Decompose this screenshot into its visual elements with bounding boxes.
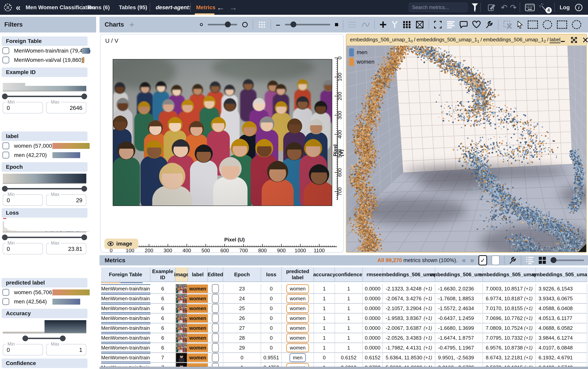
page-prev-icon[interactable]: « [462,256,466,265]
cell-label[interactable]: women [188,304,208,313]
table-row[interactable]: MenWomen-train/train6women240women110.00… [101,294,587,304]
column-header[interactable]: predicted label [282,267,314,282]
select-none-checkbox[interactable] [492,255,500,265]
nav-runs[interactable]: Runs (6) [88,0,110,15]
column-header[interactable]: embeddings_506_umap1 [383,267,435,282]
loss-max-field[interactable]: Max23.81 [46,243,86,254]
edited-checkbox[interactable] [212,284,219,293]
cell-foreign-table[interactable]: MenWomen-train/train [101,294,150,304]
cell-foreign-table[interactable]: MenWomen-train/train [101,313,150,323]
table-row[interactable]: MenWomen-train/train6women250women110.00… [101,304,587,313]
grid-view-icon[interactable] [538,256,546,264]
settings-wrench-icon[interactable] [485,21,493,29]
epoch-max-field[interactable]: Max29 [46,194,86,206]
column-header[interactable]: accuracy [314,267,335,282]
columns-icon[interactable] [403,21,411,29]
edit-icon[interactable] [487,0,495,15]
column-header[interactable]: embeddings_506_umap [435,267,483,282]
slider-knob-min[interactable] [2,235,8,240]
cell-foreign-table[interactable]: MenWomen-train/train [101,304,150,313]
embeddings-3d-panel[interactable]: embeddings_506_umap_10/embeddings_506_um… [346,34,587,253]
slider-knob-max[interactable] [81,186,87,192]
cell-image[interactable] [175,294,188,304]
legend-chip-men[interactable] [349,48,354,57]
minimize-icon[interactable] [560,37,566,42]
back-arrow-icon[interactable]: ← [216,0,225,15]
info-icon[interactable]: i [575,0,583,15]
cell-label[interactable]: women [188,313,208,323]
example-id-max-field[interactable]: Max2646 [46,102,86,113]
section-header-label[interactable]: label [1,132,87,141]
cell-image[interactable] [175,353,188,363]
cell-label[interactable]: women [188,284,208,294]
slider-knob-min[interactable] [22,336,28,341]
checkbox-label-men[interactable] [2,152,9,158]
cell-predicted-label[interactable]: women [282,304,314,313]
search-metrics-input[interactable] [409,2,468,12]
crossed-box-icon[interactable] [416,21,424,29]
section-header-loss[interactable]: Loss [1,208,87,218]
section-header-example-id[interactable]: Example ID [1,68,87,77]
table-row[interactable]: MenWomen-train/train6women230women110.00… [101,284,587,294]
filter-funnel-icon[interactable] [471,0,478,15]
row-height-slider[interactable] [551,259,584,261]
cell-image[interactable] [175,333,188,343]
cell-predicted-label[interactable]: women [282,333,314,343]
row-thumbnail[interactable] [176,314,187,323]
redo-icon[interactable]: ↷ [510,0,517,15]
image-layer-toggle[interactable]: image [105,239,138,249]
cell-image[interactable] [175,323,188,333]
nav-tables[interactable]: Tables (95) [119,0,147,15]
slider-knob-max[interactable] [60,336,66,341]
checkbox-pred-women[interactable] [2,289,9,296]
oval-zoom-icon[interactable] [572,20,581,29]
app-logo-icon[interactable] [3,0,13,15]
heart-icon[interactable] [472,21,481,29]
cell-predicted-label[interactable]: women [282,284,314,294]
checkbox-val[interactable] [2,57,9,63]
list-view-icon[interactable] [447,21,455,29]
section-header-accuracy[interactable]: Accuracy [1,309,87,318]
cell-predicted-label[interactable]: women [282,294,314,304]
column-header[interactable]: Epoch [223,267,261,282]
embeddings-panel-header[interactable]: embeddings_506_umap_10/embeddings_506_um… [346,34,586,45]
accuracy-min-field[interactable]: Min0 [3,344,43,355]
row-thumbnail[interactable] [176,304,187,313]
cell-image[interactable] [175,313,188,323]
cursor-icon[interactable] [517,21,523,29]
grid-layout-icon[interactable] [258,21,266,29]
opacity-slider[interactable] [285,24,330,25]
cell-label[interactable]: women [188,333,208,343]
section-header-foreign-table[interactable]: Foreign Table [1,36,87,46]
horizontal-scrollbar[interactable] [100,367,588,369]
cell-predicted-label[interactable]: women [282,323,314,333]
lasso-select-icon[interactable] [543,20,552,29]
row-thumbnail[interactable] [176,324,187,333]
collapse-sidebar-icon[interactable]: « [16,0,19,15]
edited-checkbox[interactable] [212,294,219,303]
undo-icon[interactable]: ↶ [501,0,508,15]
dotted-lines-icon[interactable] [348,21,357,28]
tab-metrics[interactable]: Metrics [196,0,215,15]
edited-checkbox[interactable] [212,304,219,313]
column-header[interactable]: Edited [208,267,223,282]
row-thumbnail[interactable] [176,294,187,303]
table-row[interactable]: MenWomen-train/train6women280women110.00… [101,333,587,343]
keyboard-icon[interactable] [525,0,535,15]
edited-checkbox[interactable] [212,324,219,333]
cell-foreign-table[interactable]: MenWomen-train/train [101,353,150,363]
comment-icon[interactable] [460,21,468,29]
cell-label[interactable]: women [188,353,208,363]
expand-icon[interactable] [571,37,577,43]
loss-min-field[interactable]: Min0 [3,243,43,254]
row-thumbnail[interactable] [176,284,187,293]
log-button[interactable]: Log [560,0,570,15]
column-header[interactable]: Example ID [150,267,175,282]
checkbox-label-women[interactable] [2,142,9,149]
sample-image[interactable] [113,59,332,206]
legend-chip-women[interactable] [349,58,354,66]
cell-foreign-table[interactable]: MenWomen-train/train [101,323,150,333]
column-header[interactable]: confidence [335,267,363,282]
accuracy-range-slider[interactable] [2,335,87,341]
cell-predicted-label[interactable]: women [282,313,314,323]
